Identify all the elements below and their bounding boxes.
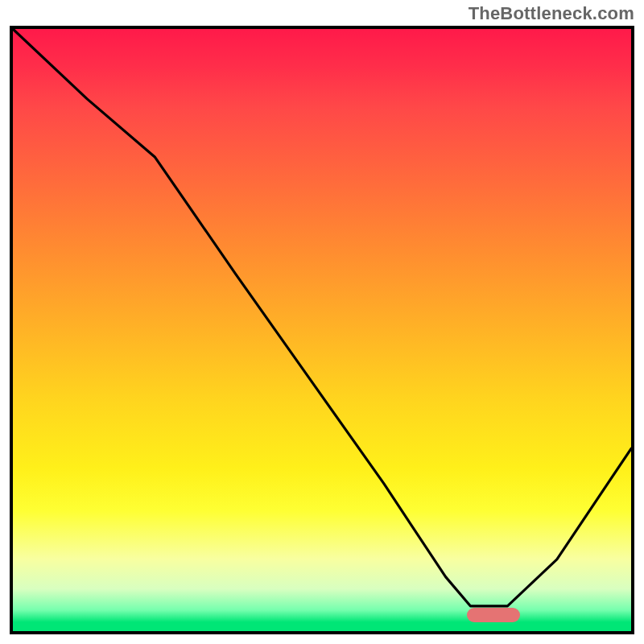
bottleneck-curve xyxy=(13,29,631,631)
watermark-text: TheBottleneck.com xyxy=(469,3,634,24)
plot-frame xyxy=(10,26,634,634)
optimum-marker xyxy=(467,608,519,622)
chart-canvas: TheBottleneck.com xyxy=(0,0,644,644)
